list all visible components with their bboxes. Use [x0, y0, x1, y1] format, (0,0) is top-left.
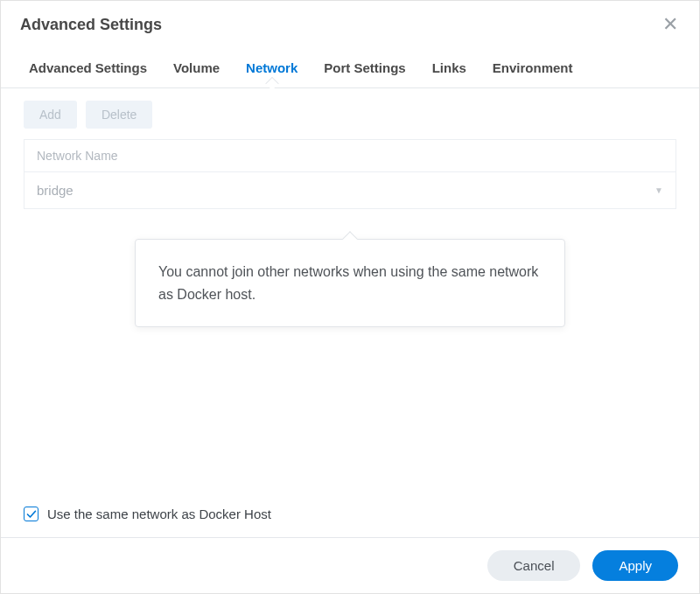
tab-port-settings[interactable]: Port Settings [318, 52, 410, 87]
info-tooltip: You cannot join other networks when usin… [135, 239, 565, 327]
tab-environment[interactable]: Environment [487, 52, 578, 87]
tab-content: Add Delete Network Name bridge ▼ You can… [1, 88, 699, 537]
advanced-settings-dialog: Advanced Settings ✕ Advanced Settings Vo… [0, 0, 700, 594]
delete-button[interactable]: Delete [86, 101, 152, 129]
tab-network[interactable]: Network [241, 52, 303, 87]
apply-button[interactable]: Apply [592, 550, 678, 581]
tab-volume[interactable]: Volume [168, 52, 225, 87]
table-row[interactable]: bridge ▼ [24, 171, 676, 209]
use-host-network-label: Use the same network as Docker Host [47, 507, 271, 521]
tooltip-text: You cannot join other networks when usin… [158, 264, 538, 302]
network-name-cell: bridge [37, 183, 74, 198]
tab-advanced-settings[interactable]: Advanced Settings [24, 52, 152, 87]
dialog-title: Advanced Settings [20, 16, 162, 34]
toolbar: Add Delete [24, 101, 676, 129]
table-header-network-name: Network Name [24, 139, 676, 171]
tabbar: Advanced Settings Volume Network Port Se… [1, 46, 699, 88]
tab-links[interactable]: Links [427, 52, 472, 87]
cancel-button[interactable]: Cancel [487, 550, 581, 581]
use-host-network-checkbox[interactable] [24, 507, 38, 521]
add-button[interactable]: Add [24, 101, 77, 129]
dialog-titlebar: Advanced Settings ✕ [1, 1, 699, 46]
dialog-footer: Cancel Apply [1, 537, 699, 593]
use-host-network-row: Use the same network as Docker Host [24, 507, 271, 521]
chevron-down-icon[interactable]: ▼ [654, 185, 663, 195]
close-icon[interactable]: ✕ [657, 13, 683, 36]
check-icon [26, 509, 37, 520]
